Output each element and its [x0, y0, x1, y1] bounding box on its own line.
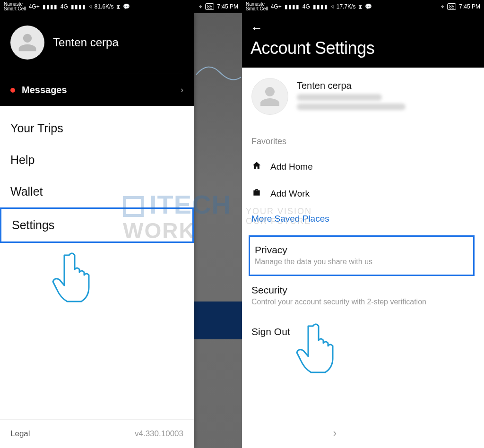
battery-icon: 85: [205, 3, 214, 10]
net-speed: 17.7K/s: [337, 3, 356, 10]
profile-row[interactable]: Tenten cerpa: [10, 26, 183, 74]
profile-section[interactable]: Tenten cerpa: [242, 68, 484, 128]
avatar-icon: [10, 26, 44, 60]
home-icon: [251, 161, 262, 172]
net-4g-icon: 4G: [60, 3, 68, 10]
security-title: Security: [251, 284, 475, 296]
hourglass-icon: ⧗: [358, 3, 362, 10]
add-work-label: Add Work: [270, 189, 310, 199]
chevron-right-icon: ›: [181, 85, 183, 95]
profile-email-blurred: [297, 103, 406, 110]
privacy-item[interactable]: Privacy Manage the data you share with u…: [249, 235, 475, 276]
messages-label: Messages: [22, 85, 67, 95]
navigation-drawer: Tenten cerpa Messages › Your Trips Help …: [0, 13, 194, 448]
net-4g-plus-icon: 4G+: [271, 3, 282, 10]
messages-item[interactable]: Messages ›: [10, 74, 183, 106]
avatar-icon: [251, 78, 288, 115]
unread-dot-icon: [10, 88, 15, 93]
net-4g-plus-icon: 4G+: [29, 3, 40, 10]
status-time: 7:45 PM: [459, 3, 480, 10]
footer-legal[interactable]: Legal: [10, 429, 30, 439]
bottom-action-bar[interactable]: [194, 302, 242, 339]
net-speed: 81.6K/s: [95, 3, 114, 10]
status-carrier: Namaste Smart Cell: [4, 2, 26, 11]
map-background: [194, 13, 242, 448]
battery-icon: 85: [447, 3, 456, 10]
status-bar: Namaste Smart Cell 4G+ ▮▮▮▮ 4G ▮▮▮▮ ⨞ 17…: [242, 0, 484, 13]
menu-settings[interactable]: Settings: [0, 207, 194, 243]
phone-left: Namaste Smart Cell 4G+ ▮▮▮▮ 4G ▮▮▮▮ ⨞ 81…: [0, 0, 242, 448]
menu-your-trips[interactable]: Your Trips: [0, 112, 194, 144]
location-icon: ⌖: [441, 3, 444, 10]
signal-icon-2: ▮▮▮▮: [71, 3, 86, 10]
signal-icon: ▮▮▮▮: [285, 3, 300, 10]
chevron-right-icon[interactable]: ›: [333, 427, 337, 439]
hourglass-icon: ⧗: [116, 3, 120, 10]
footer-version: v4.330.10003: [135, 429, 183, 439]
net-4g-icon: 4G: [302, 3, 310, 10]
security-desc: Control your account security with 2-ste…: [251, 298, 475, 306]
menu-wallet[interactable]: Wallet: [0, 176, 194, 207]
status-carrier: Namaste Smart Cell: [246, 2, 268, 11]
add-home-label: Add Home: [270, 162, 313, 172]
chat-icon: 💬: [123, 3, 130, 10]
favorites-heading: Favorites: [242, 128, 484, 153]
location-icon: ⌖: [199, 3, 202, 10]
security-item[interactable]: Security Control your account security w…: [242, 276, 484, 316]
chat-icon: 💬: [365, 3, 372, 10]
sign-out-item[interactable]: Sign Out: [242, 316, 484, 348]
wifi-icon: ⨞: [89, 3, 92, 10]
profile-phone-blurred: [297, 94, 382, 101]
back-arrow-icon[interactable]: ←: [251, 21, 263, 35]
phone-right: Namaste Smart Cell 4G+ ▮▮▮▮ 4G ▮▮▮▮ ⨞ 17…: [242, 0, 484, 448]
signal-icon-2: ▮▮▮▮: [313, 3, 328, 10]
profile-name: Tenten cerpa: [297, 80, 406, 91]
privacy-title: Privacy: [255, 244, 468, 256]
menu-help[interactable]: Help: [0, 144, 194, 176]
status-time: 7:45 PM: [217, 3, 238, 10]
status-bar: Namaste Smart Cell 4G+ ▮▮▮▮ 4G ▮▮▮▮ ⨞ 81…: [0, 0, 242, 13]
profile-name: Tenten cerpa: [53, 36, 119, 49]
privacy-desc: Manage the data you share with us: [255, 258, 468, 266]
add-work-item[interactable]: Add Work: [242, 180, 484, 207]
add-home-item[interactable]: Add Home: [242, 153, 484, 180]
briefcase-icon: [251, 188, 262, 199]
signal-icon: ▮▮▮▮: [43, 3, 58, 10]
more-saved-places-link[interactable]: More Saved Places: [242, 207, 484, 235]
wifi-icon: ⨞: [331, 3, 334, 10]
page-title: Account Settings: [251, 38, 475, 58]
